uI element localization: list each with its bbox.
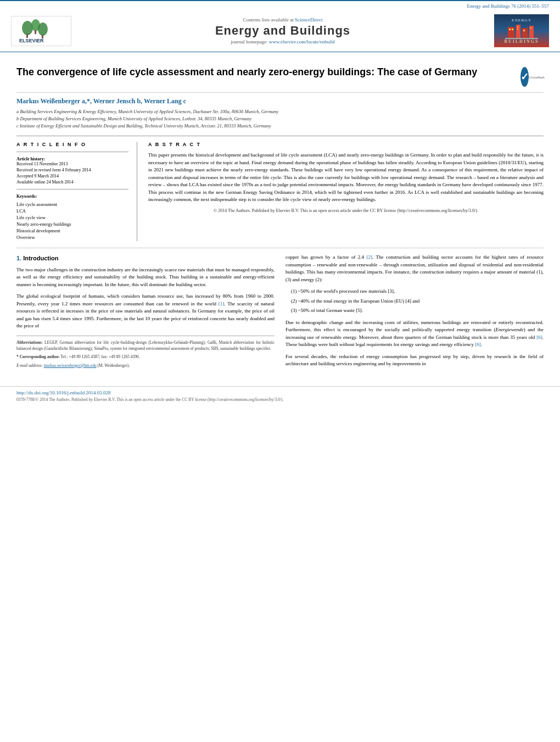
crossmark-badge: ✓ CrossMark — [522, 66, 544, 88]
svg-rect-10 — [522, 28, 528, 38]
elsevier-logo: ELSEVIER — [11, 16, 71, 46]
section1-heading: 1. Introduction — [16, 254, 275, 263]
body-para1: The two major challenges in the construc… — [16, 266, 275, 289]
available-date: Available online 24 March 2014 — [16, 180, 128, 185]
sciencedirect-text: Contents lists available at ScienceDirec… — [82, 17, 483, 23]
email-label: E-mail address: — [16, 363, 43, 368]
bullet-list: (1) ~50% of the world's processed raw ma… — [291, 288, 544, 315]
eb-logo-top: ENERGY — [512, 18, 531, 23]
received-date: Received 13 November 2013 — [16, 161, 128, 166]
body-right-col: copper has grown by a factor of 2.4 [2].… — [285, 254, 544, 372]
body-content: 1. Introduction The two major challenges… — [16, 248, 544, 372]
svg-rect-14 — [512, 29, 513, 30]
article-info-label: A R T I C L E I N F O — [16, 142, 128, 147]
elsevier-logo-svg: ELSEVIER — [16, 17, 66, 44]
right-para2: Due to demographic change and the increa… — [285, 319, 544, 349]
journal-header-center: Contents lists available at ScienceDirec… — [82, 17, 483, 44]
body-para2: The global ecological footprint of human… — [16, 293, 275, 330]
divider1 — [16, 152, 128, 152]
svg-rect-17 — [523, 30, 525, 31]
journal-homepage-link[interactable]: www.elsevier.com/locate/enbuild — [269, 39, 335, 44]
authors-section: Markus Weißenberger a,*, Werner Jensch b… — [16, 97, 544, 129]
footnote-abbr: Abbreviations: LEGEP, German abbreviatio… — [16, 339, 275, 352]
footnote-email: E-mail address: markus.weissenberger@hm.… — [16, 362, 275, 369]
ref2-link[interactable]: [2] — [367, 254, 373, 260]
article-info-abstract: A R T I C L E I N F O Article history: R… — [16, 136, 544, 241]
page: Energy and Buildings 76 (2014) 551–557 E… — [0, 0, 560, 742]
article-info-col: A R T I C L E I N F O Article history: R… — [16, 142, 137, 241]
divider2 — [16, 189, 128, 189]
affiliation-b: b Department of Building Services Engine… — [16, 115, 544, 122]
right-para1: copper has grown by a factor of 2.4 [2].… — [285, 254, 544, 283]
body-left-col: 1. Introduction The two major challenges… — [16, 254, 275, 372]
revised-date: Received in revised form 4 February 2014 — [16, 168, 128, 172]
svg-rect-8 — [508, 27, 514, 38]
sciencedirect-link[interactable]: ScienceDirect — [295, 17, 322, 23]
doi-section: http://dx.doi.org/10.1016/j.enbuild.2014… — [16, 389, 544, 395]
keyword-4: Nearly zero-energy buildings — [16, 221, 128, 227]
journal-homepage: journal homepage: www.elsevier.com/locat… — [82, 39, 483, 44]
eb-logo-graphic — [505, 23, 538, 39]
abstract-col: A B S T R A C T This paper presents the … — [148, 142, 544, 241]
keyword-6: Overview — [16, 235, 128, 240]
article-history: Article history: Received 13 November 20… — [16, 157, 128, 185]
abstract-label: A B S T R A C T — [148, 142, 544, 147]
svg-text:ELSEVIER: ELSEVIER — [19, 38, 44, 43]
authors-names: Markus Weißenberger a,*, Werner Jensch b… — [16, 97, 544, 105]
article-title-section: The convergence of life cycle assessment… — [16, 58, 544, 93]
abbr-text: LEGEP, German abbreviation for life cycl… — [16, 340, 275, 351]
svg-rect-18 — [530, 27, 531, 29]
corresponding-text: Tel.: +49 89 1265 4387; fax: +49 89 1265… — [60, 354, 139, 359]
bullet-item-2: (2) ~40% of the total energy in the Euro… — [291, 298, 544, 305]
svg-rect-16 — [517, 29, 518, 30]
keyword-1: Life cycle assessment — [16, 202, 128, 207]
journal-citation: Energy and Buildings 76 (2014) 551–557 — [467, 3, 549, 9]
svg-point-1 — [22, 21, 33, 35]
svg-rect-5 — [35, 30, 36, 34]
history-label: Article history: — [16, 157, 128, 161]
eb-logo: ENERGY BUIL — [494, 14, 549, 47]
eb-logo-section: ENERGY BUIL — [483, 14, 549, 47]
keyword-5: Historical development — [16, 228, 128, 233]
abstract-text: This paper presents the historical devel… — [148, 152, 544, 204]
bullet-item-3: (3) ~50% of total German waste [5]. — [291, 307, 544, 315]
section1-title: Introduction — [23, 255, 58, 261]
abstract-copyright: © 2014 The Authors. Published by Elsevie… — [148, 208, 544, 213]
section1-number: 1. — [16, 255, 21, 261]
accepted-date: Accepted 9 March 2014 — [16, 174, 128, 178]
svg-rect-15 — [517, 26, 518, 27]
main-content: The convergence of life cycle assessment… — [0, 52, 560, 378]
journal-title: Energy and Buildings — [82, 24, 483, 38]
body-two-col: 1. Introduction The two major challenges… — [16, 254, 544, 372]
corresponding-label: * Corresponding author. — [16, 354, 60, 359]
keywords-list: Life cycle assessment LCA Life cycle vie… — [16, 202, 128, 240]
bottom-bar: http://dx.doi.org/10.1016/j.enbuild.2014… — [0, 386, 560, 405]
ref6b-link[interactable]: [6] — [475, 342, 481, 347]
svg-rect-13 — [509, 29, 511, 30]
eb-logo-bottom: BUILDINGS — [505, 39, 539, 44]
article-title: The convergence of life cycle assessment… — [16, 66, 513, 79]
footnote-corresponding: * Corresponding author. Tel.: +49 89 126… — [16, 354, 275, 360]
svg-rect-4 — [26, 34, 28, 38]
bullet-item-1: (1) ~50% of the world's processed raw ma… — [291, 288, 544, 295]
ref1-link[interactable]: [1] — [219, 301, 225, 306]
crossmark-icon: ✓ — [520, 67, 529, 87]
journal-header: ELSEVIER Contents lists available at Sci… — [0, 10, 560, 52]
email-suffix: (M. Weißenberger). — [98, 363, 130, 368]
affiliation-c: c Institute of Energy Efficient and Sust… — [16, 122, 544, 130]
abbr-label: Abbreviations: — [16, 340, 43, 345]
bottom-copyright: 0378-7788/© 2014 The Authors. Published … — [16, 397, 544, 402]
keywords-label: Keywords: — [16, 194, 128, 199]
journal-top-bar: Energy and Buildings 76 (2014) 551–557 — [0, 0, 560, 10]
ref6-link[interactable]: [6] — [536, 334, 542, 340]
footnotes-section: Abbreviations: LEGEP, German abbreviatio… — [16, 336, 275, 369]
doi-link[interactable]: http://dx.doi.org/10.1016/j.enbuild.2014… — [16, 390, 111, 395]
elsevier-logo-section: ELSEVIER — [11, 16, 82, 46]
keyword-3: Life cycle view — [16, 215, 128, 220]
right-para3: For several decades, the reduction of en… — [285, 353, 544, 368]
svg-point-3 — [38, 23, 48, 36]
email-link[interactable]: markus.weissenberger@hm.edu — [44, 363, 97, 368]
affiliations: a Building Services Engineering & Energy… — [16, 108, 544, 129]
affiliation-a: a Building Services Engineering & Energy… — [16, 108, 544, 115]
keyword-2: LCA — [16, 208, 128, 214]
